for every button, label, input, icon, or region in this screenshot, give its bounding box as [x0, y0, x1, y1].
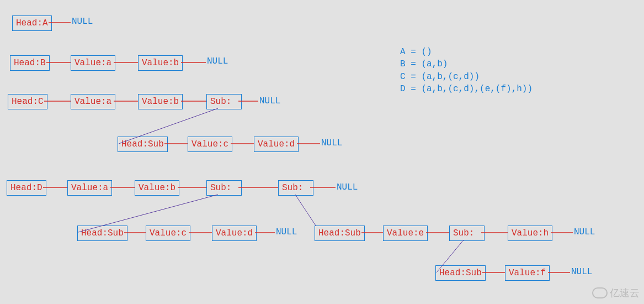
legend-C: C = (a,b,(c,d)): [400, 72, 480, 82]
node-D-v2: Value:b: [135, 180, 179, 196]
node-B-v1: Value:a: [71, 55, 115, 71]
legend: A = () B = (a,b) C = (a,b,(c,d)) D = (a,…: [400, 46, 533, 96]
legend-A: A = (): [400, 47, 432, 57]
node-D-sub1: Sub:: [206, 180, 242, 196]
legend-D: D = (a,b,(c,d),(e,(f),h)): [400, 84, 533, 94]
null-D-sub2: NULL: [574, 227, 595, 237]
null-D-sub2-sub: NULL: [571, 267, 592, 277]
cloud-icon: [592, 287, 608, 298]
node-C-v1: Value:a: [71, 94, 115, 109]
null-A: NULL: [72, 17, 93, 27]
node-head-B: Head:B: [10, 55, 50, 71]
node-D-sub1-v2: Value:d: [212, 226, 257, 241]
node-D-sub2-head: Head:Sub: [315, 226, 365, 241]
svg-line-21: [295, 195, 316, 226]
null-C-sub: NULL: [321, 138, 342, 148]
watermark-text: 亿速云: [610, 286, 640, 300]
node-D-sub2: Sub:: [278, 180, 313, 196]
legend-B: B = (a,b): [400, 59, 448, 69]
node-head-D: Head:D: [7, 180, 46, 196]
node-B-v2: Value:b: [138, 55, 183, 71]
node-D-sub1-head: Head:Sub: [77, 226, 127, 241]
null-B: NULL: [207, 56, 228, 66]
null-D-sub1: NULL: [276, 227, 297, 237]
node-C-subhead: Head:Sub: [118, 137, 168, 152]
node-head-A: Head:A: [12, 15, 52, 31]
null-C: NULL: [259, 96, 280, 106]
node-D-sub2-v2: Value:h: [508, 226, 552, 241]
null-D: NULL: [337, 182, 358, 192]
node-D-sub2-v1: Value:e: [383, 226, 428, 241]
node-C-sv2: Value:d: [254, 137, 299, 152]
node-D-v1: Value:a: [67, 180, 112, 196]
node-D-sub2-sub-head: Head:Sub: [435, 265, 486, 281]
node-head-C: Head:C: [8, 94, 47, 109]
watermark-logo: 亿速云: [592, 286, 640, 300]
node-D-sub1-v1: Value:c: [146, 226, 190, 241]
node-D-sub2-sub: Sub:: [449, 226, 485, 241]
node-C-sv1: Value:c: [188, 137, 232, 152]
node-C-v2: Value:b: [138, 94, 183, 109]
connectors: [0, 0, 644, 304]
diagram-canvas: { "legend": { "A": "A = ()", "B": "B = (…: [0, 0, 644, 304]
node-C-sub: Sub:: [206, 94, 242, 109]
node-D-sub2-sub-v: Value:f: [505, 265, 550, 281]
